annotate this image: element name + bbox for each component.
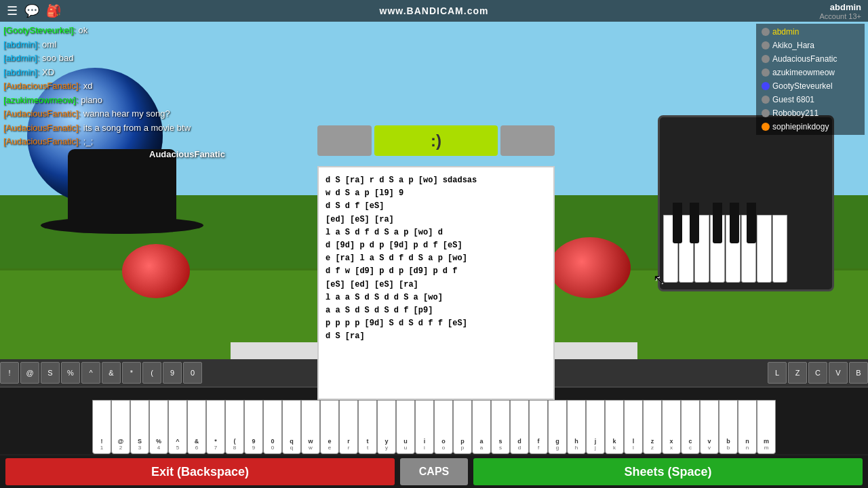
special-key[interactable]: ! — [0, 362, 19, 384]
piano-key-white[interactable]: ii — [415, 400, 434, 454]
key-symbol: k — [612, 438, 616, 445]
chat-icon[interactable]: 💬 — [24, 3, 39, 18]
key-char: f — [538, 445, 539, 451]
chat-line: [AudaciousFanatic]: wanna hear my song? — [3, 107, 275, 121]
key-symbol: & — [195, 438, 199, 445]
sheets-button[interactable]: Sheets (Space) — [473, 458, 863, 485]
special-key[interactable]: ^ — [81, 362, 100, 384]
deco-black-key — [690, 203, 699, 243]
piano-key-white[interactable]: zz — [643, 400, 662, 454]
piano-key-white[interactable]: yy — [377, 400, 396, 454]
special-key[interactable]: 9 — [163, 362, 182, 384]
piano-key-white[interactable]: !1 — [92, 400, 111, 454]
key-char: j — [595, 445, 596, 451]
character-hat — [68, 149, 176, 230]
piano-key-white[interactable]: rr — [339, 400, 358, 454]
key-symbol: o — [441, 438, 446, 445]
special-key[interactable]: & — [102, 362, 121, 384]
special-key[interactable]: * — [122, 362, 141, 384]
piano-key-white[interactable]: ^5 — [168, 400, 187, 454]
piano-key-white[interactable]: kk — [605, 400, 624, 454]
key-symbol: * — [214, 438, 217, 445]
menu-icon[interactable]: ☰ — [7, 3, 18, 18]
bottom-buttons: Exit (Backspace) CAPS Sheets (Space) — [0, 455, 868, 488]
piano-key-white[interactable]: qq — [282, 400, 301, 454]
special-key-right[interactable]: V — [829, 362, 848, 384]
special-key[interactable]: 0 — [183, 362, 202, 384]
player-icon — [762, 109, 770, 117]
player-list: abdminAkiko_HaraAudaciousFanaticazukimeo… — [756, 24, 865, 135]
decorative-blob-right — [549, 237, 631, 298]
piano-key-white[interactable]: ll — [624, 400, 643, 454]
key-char: 6 — [195, 445, 198, 451]
song-title-area: :) — [317, 122, 555, 159]
piano-key-white[interactable]: bb — [719, 400, 738, 454]
song-title-button[interactable]: :) — [374, 125, 498, 156]
sheet-content: d S [ra] r d S a p [wo] sdadsas w d S a … — [326, 174, 547, 343]
piano-key-white[interactable]: tt — [358, 400, 377, 454]
account-info: abdmin Account 13+ — [820, 2, 861, 20]
special-key[interactable]: % — [61, 362, 80, 384]
player-icon — [762, 28, 770, 36]
special-key[interactable]: S — [41, 362, 60, 384]
piano-key-white[interactable]: gg — [548, 400, 567, 454]
key-symbol: n — [745, 438, 749, 445]
piano-key-white[interactable]: S3 — [130, 400, 149, 454]
special-key[interactable]: @ — [20, 362, 39, 384]
key-symbol: v — [707, 438, 711, 445]
piano-key-white[interactable]: uu — [396, 400, 415, 454]
player-icon — [762, 96, 770, 104]
piano-key-white[interactable]: aa — [472, 400, 491, 454]
special-key-right[interactable]: C — [808, 362, 827, 384]
piano-key-white[interactable]: oo — [434, 400, 453, 454]
key-char: v — [708, 445, 711, 451]
special-key[interactable]: ( — [142, 362, 161, 384]
key-char: u — [404, 445, 407, 451]
key-char: n — [746, 445, 749, 451]
piano-key-white[interactable]: (8 — [225, 400, 244, 454]
key-symbol: 0 — [271, 438, 274, 445]
piano-key-white[interactable]: vv — [700, 400, 719, 454]
piano-key-white[interactable]: pp — [453, 400, 472, 454]
player-name: Akiko_Hara — [772, 41, 814, 50]
piano-key-white[interactable]: cc — [681, 400, 700, 454]
piano-key-white[interactable]: 00 — [263, 400, 282, 454]
piano-key-white[interactable]: ff — [529, 400, 548, 454]
caps-button[interactable]: CAPS — [400, 458, 468, 485]
special-key-right[interactable]: Z — [788, 362, 807, 384]
piano-key-white[interactable]: jj — [586, 400, 605, 454]
player-name: Guest 6801 — [772, 95, 814, 104]
key-char: p — [461, 445, 464, 451]
player-icon — [762, 68, 770, 77]
key-char: c — [689, 445, 692, 451]
right-piano-decoration — [658, 115, 834, 291]
piano-key-white[interactable]: nn — [738, 400, 757, 454]
decorative-blob-left — [122, 244, 190, 298]
prev-song-button[interactable] — [317, 125, 372, 156]
special-key-right[interactable]: L — [768, 362, 787, 384]
piano-key-white[interactable]: ss — [491, 400, 510, 454]
piano-key-white[interactable]: mm — [757, 400, 776, 454]
key-symbol: y — [384, 438, 388, 445]
key-char: h — [575, 445, 578, 451]
piano-key-white[interactable]: dd — [510, 400, 529, 454]
deco-white-key — [757, 215, 772, 283]
key-symbol: h — [574, 438, 578, 445]
next-song-button[interactable] — [500, 125, 555, 156]
piano-key-white[interactable]: %4 — [149, 400, 168, 454]
piano-key-white[interactable]: ww — [301, 400, 320, 454]
piano-key-white[interactable]: @2 — [111, 400, 130, 454]
piano-key-white[interactable]: hh — [567, 400, 586, 454]
special-key-right[interactable]: B — [849, 362, 868, 384]
piano-key-white[interactable]: &6 — [187, 400, 206, 454]
bag-icon[interactable]: 🎒 — [46, 3, 61, 18]
piano-key-white[interactable]: xx — [662, 400, 681, 454]
key-char: 4 — [157, 445, 160, 451]
piano-key-white[interactable]: ee — [320, 400, 339, 454]
key-char: 9 — [252, 445, 255, 451]
piano-key-white[interactable]: *7 — [206, 400, 225, 454]
piano-key-white[interactable]: 99 — [244, 400, 263, 454]
exit-button[interactable]: Exit (Backspace) — [5, 458, 395, 485]
key-symbol: z — [651, 438, 654, 445]
key-char: b — [727, 445, 730, 451]
